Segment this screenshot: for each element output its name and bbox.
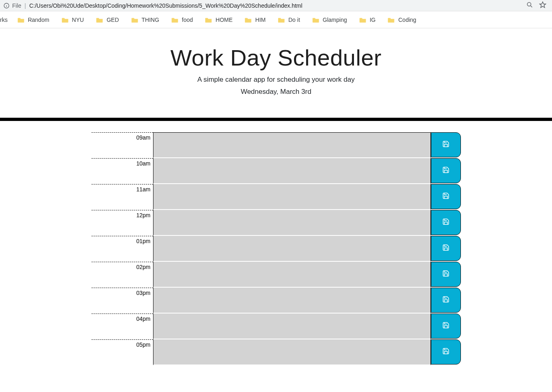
time-block: 12pm — [92, 210, 461, 236]
save-button[interactable] — [431, 236, 461, 261]
time-block: 02pm — [92, 262, 461, 288]
save-icon — [442, 296, 450, 305]
current-day: Wednesday, March 3rd — [0, 88, 552, 96]
file-scheme-label: File — [12, 2, 21, 9]
time-block: 05pm — [92, 339, 461, 365]
save-icon — [442, 270, 450, 279]
event-input[interactable] — [153, 132, 431, 158]
hour-label: 10am — [92, 158, 153, 184]
event-input[interactable] — [153, 158, 431, 184]
time-block: 04pm — [92, 314, 461, 339]
bookmark-item[interactable]: Glamping — [310, 15, 350, 25]
bookmark-item[interactable]: Random — [15, 15, 52, 25]
time-block: 01pm — [92, 236, 461, 262]
page-subtitle: A simple calendar app for scheduling you… — [0, 76, 552, 84]
event-input[interactable] — [153, 314, 431, 339]
save-icon — [442, 244, 450, 253]
save-button[interactable] — [431, 158, 461, 183]
folder-icon — [245, 17, 252, 23]
separator: | — [25, 2, 26, 9]
bookmark-item[interactable]: HIM — [242, 15, 268, 25]
page-title: Work Day Scheduler — [0, 44, 552, 71]
bookmark-item[interactable]: IG — [357, 15, 378, 25]
bookmark-label: Coding — [398, 17, 416, 23]
bookmark-item[interactable]: Coding — [385, 15, 418, 25]
save-button[interactable] — [431, 339, 461, 364]
bookmark-item[interactable]: HOME — [202, 15, 235, 25]
save-icon — [442, 140, 450, 149]
zoom-icon[interactable] — [526, 1, 533, 10]
folder-icon — [359, 17, 367, 23]
bookmark-label: food — [182, 17, 193, 23]
folder-icon — [171, 17, 179, 23]
save-button[interactable] — [431, 184, 461, 209]
browser-address-bar: File | C:/Users/Obi%20Ude/Desktop/Coding… — [0, 0, 552, 11]
bookmarks-cut-label[interactable]: rks — [0, 17, 8, 23]
event-input[interactable] — [153, 339, 431, 365]
star-icon[interactable] — [539, 1, 546, 10]
svg-line-4 — [531, 6, 532, 7]
bookmark-label: Random — [28, 17, 49, 23]
time-block: 11am — [92, 184, 461, 210]
hour-label: 02pm — [92, 262, 153, 288]
save-button[interactable] — [431, 132, 461, 157]
time-block: 10am — [92, 158, 461, 184]
hour-label: 04pm — [92, 314, 153, 339]
bookmark-label: Glamping — [323, 17, 347, 23]
bookmark-item[interactable]: food — [169, 15, 195, 25]
folder-icon — [62, 17, 69, 23]
save-icon — [442, 322, 450, 331]
save-button[interactable] — [431, 314, 461, 339]
bookmark-item[interactable]: NYU — [59, 15, 87, 25]
save-button[interactable] — [431, 210, 461, 235]
bookmark-label: Do it — [288, 17, 300, 23]
event-input[interactable] — [153, 236, 431, 262]
save-icon — [442, 348, 450, 356]
hour-label: 11am — [92, 184, 153, 210]
save-button[interactable] — [431, 262, 461, 287]
bookmark-label: HOME — [215, 17, 232, 23]
bookmark-item[interactable]: THING — [129, 15, 162, 25]
svg-marker-5 — [540, 2, 546, 7]
page-header: Work Day Scheduler A simple calendar app… — [0, 28, 552, 110]
url-text[interactable]: C:/Users/Obi%20Ude/Desktop/Coding/Homewo… — [29, 2, 524, 9]
folder-icon — [278, 17, 285, 23]
folder-icon — [205, 17, 212, 23]
bookmark-label: IG — [370, 17, 376, 23]
bookmark-item[interactable]: Do it — [275, 15, 303, 25]
save-icon — [442, 166, 450, 175]
event-input[interactable] — [153, 184, 431, 210]
event-input[interactable] — [153, 288, 431, 314]
info-icon[interactable] — [3, 2, 10, 9]
time-block: 03pm — [92, 288, 461, 314]
divider-bar — [0, 118, 552, 121]
hour-label: 09am — [92, 132, 153, 158]
hour-label: 01pm — [92, 236, 153, 262]
hour-label: 05pm — [92, 339, 153, 365]
event-input[interactable] — [153, 262, 431, 288]
folder-icon — [312, 17, 320, 23]
time-block: 09am — [92, 132, 461, 158]
save-icon — [442, 218, 450, 227]
folder-icon — [17, 17, 25, 23]
folder-icon — [388, 17, 395, 23]
bookmarks-bar: rks Random NYU GED THING food HOME HIM D… — [0, 11, 552, 28]
save-icon — [442, 192, 450, 201]
save-button[interactable] — [431, 288, 461, 313]
folder-icon — [131, 17, 139, 23]
bookmark-label: HIM — [255, 17, 266, 23]
hour-label: 03pm — [92, 288, 153, 314]
svg-point-3 — [527, 2, 531, 6]
schedule-container: 09am 10am 11am 12pm 01pm 02pm — [92, 132, 461, 365]
folder-icon — [96, 17, 103, 23]
bookmark-label: THING — [142, 17, 160, 23]
hour-label: 12pm — [92, 210, 153, 236]
bookmark-item[interactable]: GED — [94, 15, 121, 25]
bookmark-label: NYU — [72, 17, 84, 23]
bookmark-label: GED — [107, 17, 119, 23]
event-input[interactable] — [153, 210, 431, 236]
